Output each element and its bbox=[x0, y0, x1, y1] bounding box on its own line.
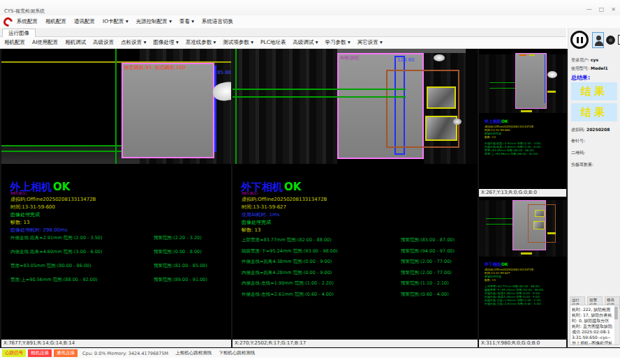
main-area: 固定阈值:93, 动态阈值:100 85.88 外上相机OK MES:B(1) … bbox=[0, 49, 620, 348]
menu-camera-config[interactable]: 相机配置 bbox=[45, 18, 66, 25]
tool-camera-config[interactable]: 相机配置 bbox=[4, 39, 25, 46]
menu-system-config[interactable]: 系统配置 bbox=[17, 18, 38, 25]
menu-io-config[interactable]: IO卡配置 ▾ bbox=[103, 18, 128, 25]
minimize-icon[interactable]: — bbox=[586, 6, 592, 13]
login-user-label: 登录用户: bbox=[571, 57, 589, 62]
measure-value: 内侧走线-左线=1.90mm 范围:(1.00 - 2.20) bbox=[242, 280, 401, 287]
barcode-line: 虚拟码:Offline2025020813313472B bbox=[242, 196, 327, 203]
barcode-line: 虚拟码:Offline2025020813313472B bbox=[10, 196, 96, 203]
status-ok: OK bbox=[501, 261, 508, 266]
window-title: CYS-视觉检测系统 bbox=[4, 8, 45, 15]
upper-camera-heartbeat[interactable]: 上相机心跳检测线 bbox=[175, 350, 212, 356]
machinery-background bbox=[232, 49, 337, 164]
defect-rect-yellow-1 bbox=[427, 86, 456, 109]
warn-range: 预警范围:(81.00 - 85.00) bbox=[154, 263, 207, 269]
measurement-row: 内侧走线-左线=1.90mm 范围:(1.00 - 2.20)预警范围:(1.1… bbox=[242, 280, 455, 287]
tool-baseline-params[interactable]: 基准线参数 ▾ bbox=[186, 39, 216, 46]
mini-result-text: 外下相机OK 虚拟码:Offline2025020813313472B 时间:1… bbox=[485, 261, 544, 305]
measure-line-blue bbox=[545, 54, 545, 103]
warn-range: 预警范围:(89.00 - 91.00) bbox=[154, 277, 207, 283]
roi-rect-pink bbox=[121, 63, 214, 158]
qrcode-label: 二维码: bbox=[571, 150, 585, 155]
menu-language-switch[interactable]: 系统语言切换 bbox=[202, 18, 233, 25]
user-icon bbox=[596, 36, 601, 40]
micro-annotation bbox=[519, 54, 526, 56]
tool-advanced-settings[interactable]: 高级设置 bbox=[93, 39, 114, 46]
heartbeat-badge: 心跳信号 bbox=[2, 349, 26, 357]
maximize-icon[interactable]: □ bbox=[599, 6, 605, 13]
measure-value: 内侧走线=距离4.28mm 范围:(0.00 - 9.00) bbox=[242, 270, 401, 276]
user-login-button[interactable] bbox=[592, 32, 604, 48]
control-panel: → 登录用户: cys 使用型号: Model1 总结果: 结果 结果 虚拟码:… bbox=[568, 28, 620, 347]
mini-camera-image-1[interactable] bbox=[479, 49, 566, 113]
window-controls: — □ ✕ bbox=[586, 6, 616, 13]
guide-line-green-2 bbox=[489, 88, 515, 89]
menu-comm-config[interactable]: 通讯配置 bbox=[74, 18, 95, 25]
measurement-row: 宽度=83.05mm 范围:(80.00 - 86.00)预警范围:(81.00… bbox=[10, 263, 207, 269]
metal-tab-object bbox=[547, 71, 557, 78]
metal-highlight-1 bbox=[434, 54, 445, 61]
measurement-row: 外侧走线=距离4.38mm 范围:(0.00 - 9.00)预警范围:(2.00… bbox=[242, 259, 455, 265]
menu-view[interactable]: 查看 ▾ bbox=[179, 18, 194, 25]
tab-run-image[interactable]: 运行图像 bbox=[2, 29, 36, 37]
measure-value: 上部宽度=83.77mm 范围:(82.00 - 88.00) bbox=[242, 237, 401, 243]
login-user-value: cys bbox=[591, 57, 598, 62]
elapsed-line: 图像处理耗时: 298.00ms bbox=[10, 227, 68, 234]
micro-annotation bbox=[521, 252, 532, 255]
close-icon[interactable]: ✕ bbox=[611, 6, 616, 13]
done-line: 图像处理完成 bbox=[242, 219, 271, 226]
blue-measure-label: 123.80 bbox=[397, 57, 415, 63]
titlebar: CYS-视觉检测系统 — □ ✕ bbox=[0, 0, 620, 15]
time-line: 时间:13-31-59-627 bbox=[242, 204, 286, 211]
tool-advanced-debug[interactable]: 高级调试 ▾ bbox=[293, 39, 318, 46]
mini-camera-image-2[interactable] bbox=[479, 197, 566, 257]
frames-line: 帧数: 13 bbox=[242, 227, 261, 234]
tool-ai-config[interactable]: AI使用配置 bbox=[32, 39, 58, 46]
warn-range: 预警范围:(2.00 - 77.00) bbox=[401, 270, 452, 276]
virtual-code-label: 虚拟码: bbox=[571, 127, 585, 132]
tool-learning-params[interactable]: 学习参数 ▾ bbox=[325, 39, 350, 46]
measurement-row: 隔膜宽度-下=95.24mm 范围:(93.00 - 98.00)预警范围:(9… bbox=[242, 248, 455, 255]
pause-button[interactable] bbox=[570, 31, 589, 49]
micro-annotation bbox=[529, 54, 535, 56]
tool-camera-debug[interactable]: 相机调试 bbox=[65, 39, 86, 46]
camera-image-upper[interactable]: 固定阈值:93, 动态阈值:100 85.88 bbox=[1, 49, 231, 164]
menu-light-config[interactable]: 光源控制配置 ▾ bbox=[136, 18, 172, 25]
measure-value: 外侧走线=距离4.38mm 范围:(0.00 - 9.00) bbox=[242, 259, 401, 265]
status-ok: OK bbox=[53, 181, 70, 193]
floor-strip bbox=[1, 146, 140, 164]
log-scrollbar[interactable] bbox=[614, 305, 618, 344]
scrollbar-thumb[interactable] bbox=[614, 307, 618, 319]
warn-range: 预警范围:(0.60 - 4.00) bbox=[401, 291, 449, 298]
model-value: Model1 bbox=[591, 66, 608, 70]
guide-line-green-1 bbox=[232, 89, 406, 90]
defect-rect-yellow-2 bbox=[533, 221, 545, 229]
needle-no-label: 卷针号: bbox=[571, 138, 585, 143]
measure-value: 宽度-上=90.56mm 范围:(88.00 - 92.00) bbox=[10, 277, 154, 283]
tool-spot-check[interactable]: 点检设置 ▾ bbox=[121, 39, 146, 46]
micro-annotation bbox=[547, 232, 556, 234]
camera-image-lower[interactable]: AI检测框 123.80 bbox=[232, 49, 478, 164]
user-icon bbox=[595, 41, 603, 46]
time-line: 时间:13-31-59-600 bbox=[10, 204, 55, 211]
tool-plc-table[interactable]: PLC地址表 bbox=[260, 39, 286, 46]
exit-button[interactable]: → bbox=[617, 33, 620, 47]
measure-value: 内侧走线:距离=4.60mm 范围:(3.00 - 6.00) bbox=[10, 249, 154, 255]
settings-button[interactable] bbox=[605, 33, 616, 47]
micro-annotation bbox=[521, 110, 532, 112]
guide-line-green-1 bbox=[1, 145, 121, 146]
tool-test-params[interactable]: 测试项参数 ▾ bbox=[223, 39, 253, 46]
run-log-text: 耗时: 222, 缺陷检测耗时: 17, 缺陷分类耗时: 0, 缺陷提取分区耗时… bbox=[570, 305, 619, 345]
ai-box-label: AI检测框 bbox=[340, 54, 360, 61]
result-box-lower: 结果 bbox=[571, 103, 617, 121]
lower-camera-heartbeat[interactable]: 下相机心跳检测线 bbox=[219, 350, 255, 356]
mini-result-text: 外上相机OK 虚拟码:Offline2025020813313472B 时间:1… bbox=[485, 119, 541, 156]
pixel-coords-bar: X:267;Y:13;R:0;G:0;B:0 bbox=[479, 189, 566, 197]
blue-measure-label: 85.88 bbox=[217, 70, 231, 75]
metal-highlight-2 bbox=[453, 119, 462, 125]
measure-value: 宽度-上=90.56mm 范围:(88.00 - 92.00) bbox=[485, 152, 541, 156]
tool-image-process[interactable]: 图像处理 ▾ bbox=[154, 39, 179, 46]
measure-value: 隔膜宽度-下=95.24mm 范围:(93.00 - 98.00) bbox=[242, 248, 401, 255]
tool-other-settings[interactable]: 其它设置 ▾ bbox=[357, 39, 383, 46]
measure-value: 外侧走线:距离=2.91mm 范围:(2.00 - 3.50) bbox=[10, 235, 154, 241]
